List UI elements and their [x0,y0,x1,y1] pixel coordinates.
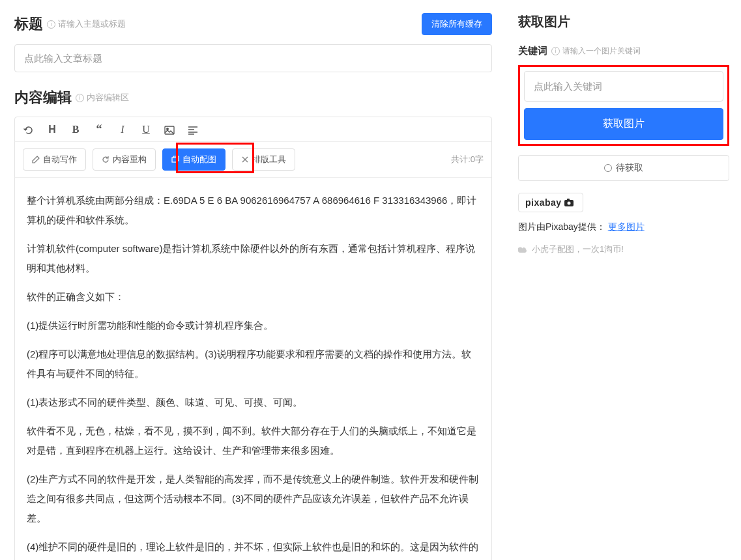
tools-icon [241,156,249,163]
align-icon[interactable] [187,124,199,135]
svg-rect-9 [567,199,570,201]
sidebar-title: 获取图片 [518,13,729,31]
quote-icon[interactable]: “ [93,122,105,136]
content-paragraph: 计算机软件(computer software)是指计算机系统中除硬件以外的所有… [27,239,480,278]
more-images-link[interactable]: 更多图片 [608,221,645,232]
pixabay-badge: pixabay [518,193,583,212]
content-paragraph: (2)程序可以满意地处理信息的数据结构。(3)说明程序功能要求和程序需要的文档的… [27,344,480,384]
layers-icon [171,156,179,163]
content-paragraph: (1)提供运行时所需功能和性能的命令或计算机程序集合。 [27,316,480,335]
title-section-label: 标题 i 请输入主题或标题 [14,14,126,34]
pending-button[interactable]: 待获取 [518,155,729,181]
article-title-input[interactable] [14,44,492,72]
heading-icon[interactable]: H [46,124,58,135]
bold-icon[interactable]: B [70,124,81,135]
keyword-hint: i 请输入一个图片关键词 [551,46,641,57]
restructure-button[interactable]: 内容重构 [93,148,156,171]
content-paragraph: 整个计算机系统由两部分组成：E.69DA 5 E 6 BA 9062616964… [27,191,480,230]
word-counter: 共计:0字 [451,154,484,165]
formatting-toolbar: H B “ I U [15,117,491,142]
info-icon: i [47,20,55,29]
content-paragraph: 软件看不见，无色，枯燥，看不见，摸不到，闻不到。软件大部分存在于人们的头脑或纸上… [27,421,480,460]
keyword-label: 关键词 [518,45,547,57]
highlight-frame-sidebar: 获取图片 [518,65,729,146]
clear-cache-button[interactable]: 清除所有缓存 [422,13,492,35]
action-toolbar: 自动写作 内容重构 自动配图 排版工具 [15,142,491,178]
footer-note: 小虎子配图，一次1淘币! [518,244,729,255]
editor-container: H B “ I U 自动写作 [14,117,492,560]
svg-rect-6 [172,158,177,162]
info-icon: i [76,94,84,102]
svg-point-8 [567,202,570,205]
undo-icon[interactable] [23,123,35,135]
title-hint: i 请输入主题或标题 [47,18,126,30]
underline-icon[interactable]: U [140,124,152,135]
circle-icon [604,164,612,172]
content-paragraph: 软件的正确含义如下： [27,287,480,307]
auto-image-button[interactable]: 自动配图 [162,148,225,171]
editor-content[interactable]: 整个计算机系统由两部分组成：E.69DA 5 E 6 BA 9062616964… [15,178,491,560]
svg-point-1 [167,128,169,130]
layout-tools-button[interactable]: 排版工具 [232,148,295,171]
content-paragraph: (1)表达形式不同的硬件类型、颜色、味道、可见、可摸、可闻。 [27,393,480,412]
image-icon[interactable] [164,124,175,135]
keyword-input[interactable] [524,71,723,102]
content-paragraph: (2)生产方式不同的软件是开发，是人类智能的高发挥，而不是传统意义上的硬件制造。… [27,469,480,528]
fetch-images-button[interactable]: 获取图片 [524,108,723,140]
editor-section-label: 内容编辑 i 内容编辑区 [14,88,492,107]
camera-icon [564,199,576,206]
italic-icon[interactable]: I [117,124,128,135]
refresh-icon [102,156,109,163]
keyword-label-row: 关键词 i 请输入一个图片关键词 [518,45,729,57]
title-header: 标题 i 请输入主题或标题 清除所有缓存 [14,13,492,35]
provider-line: 图片由Pixabay提供： 更多图片 [518,221,729,233]
pencil-icon [32,156,40,163]
auto-write-button[interactable]: 自动写作 [23,148,86,171]
content-paragraph: (4)维护不同的硬件是旧的，理论上软件是旧的，并不坏，但实际上软件也是旧的和坏的… [27,537,480,560]
cloud-icon [518,246,528,253]
editor-hint: i 内容编辑区 [76,92,129,104]
info-icon: i [551,47,560,55]
